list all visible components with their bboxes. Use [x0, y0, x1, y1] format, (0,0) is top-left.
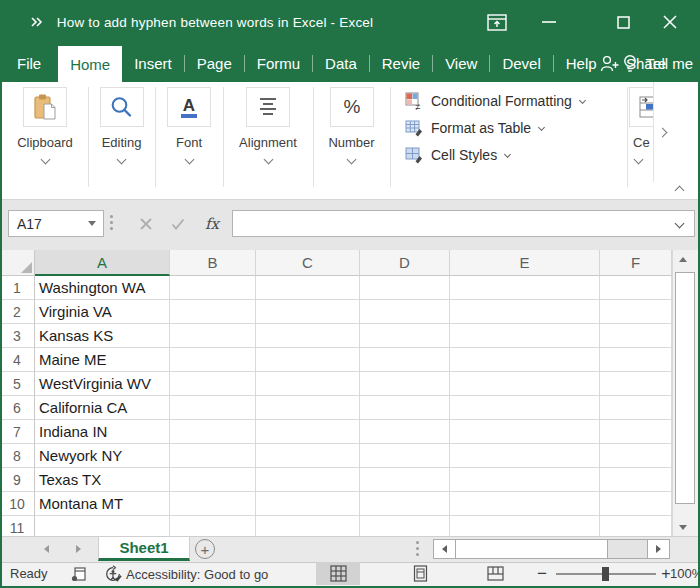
- row-header[interactable]: 5: [0, 372, 35, 396]
- row-header[interactable]: 1: [0, 276, 35, 300]
- cell[interactable]: [600, 372, 672, 396]
- row-header[interactable]: 8: [0, 444, 35, 468]
- column-header-e[interactable]: E: [450, 250, 600, 276]
- cell[interactable]: [170, 276, 256, 300]
- column-header-d[interactable]: D: [360, 250, 450, 276]
- maximize-button[interactable]: [603, 0, 643, 44]
- tab-home[interactable]: Home: [58, 46, 122, 82]
- ribbon-display-options-button[interactable]: [477, 0, 517, 44]
- row-header[interactable]: 10: [0, 492, 35, 516]
- tab-view[interactable]: View: [433, 44, 489, 82]
- scroll-left-button[interactable]: [434, 540, 456, 558]
- cell[interactable]: [170, 492, 256, 516]
- row-header[interactable]: 9: [0, 468, 35, 492]
- cell[interactable]: [600, 444, 672, 468]
- column-header-a[interactable]: A: [35, 250, 170, 276]
- cell[interactable]: [170, 300, 256, 324]
- cell-a6[interactable]: California CA: [35, 396, 170, 420]
- normal-view-button[interactable]: [316, 562, 360, 585]
- cell[interactable]: [170, 372, 256, 396]
- tab-file[interactable]: File: [0, 44, 58, 82]
- zoom-slider-thumb[interactable]: [602, 567, 609, 581]
- scroll-right-button[interactable]: [647, 540, 669, 558]
- cell[interactable]: [450, 372, 600, 396]
- cell[interactable]: [256, 348, 360, 372]
- sheet-bar-separator-dots[interactable]: [416, 541, 419, 556]
- cell[interactable]: [256, 300, 360, 324]
- row-header[interactable]: 7: [0, 420, 35, 444]
- sheet-tab-sheet1[interactable]: Sheet1: [98, 537, 190, 561]
- cell[interactable]: [600, 420, 672, 444]
- cell[interactable]: [450, 420, 600, 444]
- cell[interactable]: [256, 372, 360, 396]
- cell[interactable]: [360, 372, 450, 396]
- cell-a10[interactable]: Montana MT: [35, 492, 170, 516]
- cell[interactable]: [360, 516, 450, 536]
- row-header[interactable]: 6: [0, 396, 35, 420]
- tab-review[interactable]: Revie: [370, 44, 432, 82]
- cell[interactable]: [360, 492, 450, 516]
- page-break-preview-button[interactable]: [473, 562, 517, 585]
- tab-formulas[interactable]: Formu: [245, 44, 312, 82]
- cell[interactable]: [170, 444, 256, 468]
- cell[interactable]: [450, 516, 600, 536]
- collapse-ribbon-button[interactable]: [664, 182, 694, 198]
- cell[interactable]: [360, 300, 450, 324]
- cell[interactable]: [170, 516, 256, 536]
- cell[interactable]: [170, 420, 256, 444]
- insert-function-button[interactable]: fx: [198, 212, 226, 236]
- cell[interactable]: [170, 324, 256, 348]
- ribbon-group-editing[interactable]: Editing: [88, 82, 155, 200]
- close-button[interactable]: [650, 0, 690, 44]
- previous-sheet-icon[interactable]: [44, 545, 49, 553]
- format-as-table-button[interactable]: Format as Table: [405, 114, 544, 141]
- cell[interactable]: [450, 276, 600, 300]
- ribbon-group-number[interactable]: % Number: [313, 82, 390, 200]
- cell-a7[interactable]: Indiana IN: [35, 420, 170, 444]
- column-header-b[interactable]: B: [170, 250, 256, 276]
- horizontal-scrollbar[interactable]: [433, 539, 670, 559]
- cell-a5[interactable]: WestVirginia WV: [35, 372, 170, 396]
- cell[interactable]: [360, 324, 450, 348]
- accessibility-status-button[interactable]: Accessibility: Good to go: [104, 564, 268, 584]
- scroll-up-icon[interactable]: [679, 257, 687, 262]
- name-box-dropdown-icon[interactable]: [88, 221, 96, 226]
- cell[interactable]: [360, 396, 450, 420]
- tab-developer[interactable]: Devel: [490, 44, 552, 82]
- cell[interactable]: [600, 468, 672, 492]
- cell-a4[interactable]: Maine ME: [35, 348, 170, 372]
- cell[interactable]: [360, 468, 450, 492]
- column-header-c[interactable]: C: [256, 250, 360, 276]
- horizontal-scrollbar-thumb[interactable]: [456, 540, 608, 558]
- row-header[interactable]: 3: [0, 324, 35, 348]
- ribbon-group-font[interactable]: A Font: [155, 82, 223, 200]
- cell[interactable]: [360, 276, 450, 300]
- column-header-f[interactable]: F: [600, 250, 672, 276]
- cell[interactable]: [450, 324, 600, 348]
- cell-a11[interactable]: [35, 516, 170, 536]
- share-button[interactable]: Share: [600, 44, 666, 82]
- row-header[interactable]: 11: [0, 516, 35, 536]
- cell-a9[interactable]: Texas TX: [35, 468, 170, 492]
- minimize-button[interactable]: [529, 0, 569, 44]
- cancel-button[interactable]: [132, 212, 160, 236]
- cell[interactable]: [600, 516, 672, 536]
- cell[interactable]: [256, 396, 360, 420]
- cell[interactable]: [600, 324, 672, 348]
- ribbon-group-alignment[interactable]: Alignment: [223, 82, 313, 200]
- enter-button[interactable]: [164, 212, 192, 236]
- row-header[interactable]: 2: [0, 300, 35, 324]
- cell[interactable]: [450, 492, 600, 516]
- cell[interactable]: [256, 420, 360, 444]
- cell-a2[interactable]: Virginia VA: [35, 300, 170, 324]
- cell-a8[interactable]: Newyork NY: [35, 444, 170, 468]
- cell[interactable]: [600, 300, 672, 324]
- tab-insert[interactable]: Insert: [122, 44, 184, 82]
- cell[interactable]: [450, 300, 600, 324]
- tab-data[interactable]: Data: [313, 44, 369, 82]
- cell-a1[interactable]: Washington WA: [35, 276, 170, 300]
- cell[interactable]: [256, 492, 360, 516]
- cell[interactable]: [360, 420, 450, 444]
- cell[interactable]: [256, 516, 360, 536]
- cell[interactable]: [600, 396, 672, 420]
